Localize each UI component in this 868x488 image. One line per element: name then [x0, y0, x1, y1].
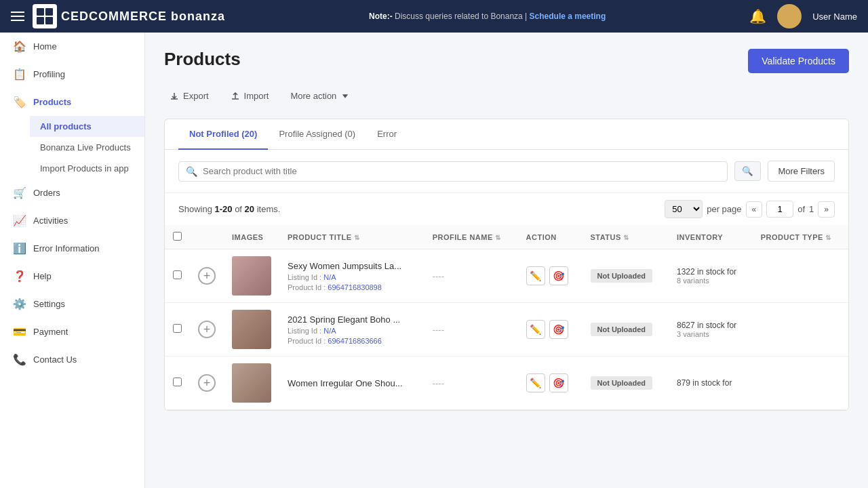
target-button[interactable]: 🎯 — [549, 266, 568, 285]
sidebar-item-label: Payment — [33, 327, 68, 337]
target-button[interactable]: 🎯 — [549, 373, 568, 392]
status-badge: Not Uploaded — [591, 323, 653, 336]
product-title: 2021 Spring Elegant Boho ... — [288, 314, 416, 325]
showing-suffix: items. — [257, 204, 281, 214]
sidebar-item-activities[interactable]: 📈 Activities — [0, 207, 144, 235]
product-title-cell: 2021 Spring Elegant Boho ... Listing Id … — [279, 303, 425, 357]
edit-button[interactable]: ✏️ — [526, 373, 545, 392]
sidebar-sub-import-products[interactable]: Import Products in app — [30, 158, 144, 179]
help-icon: ❓ — [13, 270, 26, 283]
tab-error[interactable]: Error — [366, 119, 408, 150]
inventory-cell: 8627 in stock for 3 variants — [669, 303, 753, 357]
sidebar-item-error-information[interactable]: ℹ️ Error Information — [0, 235, 144, 262]
note-prefix: Note:- — [369, 12, 393, 21]
showing-text: Showing 1-20 of 20 items. — [178, 204, 280, 214]
sidebar-item-help[interactable]: ❓ Help — [0, 262, 144, 290]
sidebar-item-label: Products — [33, 97, 71, 107]
row-checkbox-cell — [165, 249, 190, 303]
edit-button[interactable]: ✏️ — [526, 320, 545, 339]
row-checkbox-cell — [165, 303, 190, 357]
svg-rect-0 — [37, 8, 44, 16]
select-all-checkbox[interactable] — [173, 232, 182, 241]
sidebar-item-products[interactable]: 🏷️ Products — [0, 88, 144, 116]
row-checkbox[interactable] — [173, 324, 182, 333]
per-page-select[interactable]: 50 25 100 — [665, 200, 703, 218]
edit-button[interactable]: ✏️ — [526, 266, 545, 285]
row-add-cell: + — [190, 357, 224, 410]
sidebar-item-contact-us[interactable]: 📞 Contact Us — [0, 346, 144, 373]
sidebar-item-label: Home — [33, 41, 57, 52]
sidebar-item-label: Activities — [33, 216, 68, 226]
sidebar-item-settings[interactable]: ⚙️ Settings — [0, 290, 144, 318]
notification-bell-icon[interactable]: 🔔 — [749, 8, 766, 24]
add-row-button[interactable]: + — [198, 267, 216, 285]
tab-not-profiled[interactable]: Not Profiled (20) — [178, 119, 268, 150]
sidebar-item-payment[interactable]: 💳 Payment — [0, 318, 144, 346]
product-type-col-header[interactable]: PRODUCT TYPE — [753, 225, 848, 249]
of-label: of — [797, 204, 805, 214]
validate-products-button[interactable]: Validate Products — [748, 49, 849, 73]
status-badge: Not Uploaded — [591, 269, 653, 283]
profile-name: ---- — [433, 271, 444, 281]
status-badge: Not Uploaded — [591, 376, 653, 390]
sidebar-sub-bonanza-live[interactable]: Bonanza Live Products — [30, 137, 144, 158]
profile-name: ---- — [433, 325, 444, 335]
table-row: + Women Irregular One Shou... ---- — [165, 357, 848, 410]
product-title-cell: Women Irregular One Shou... — [279, 357, 425, 410]
row-checkbox[interactable] — [173, 378, 182, 386]
product-meta: Listing Id : N/A — [288, 273, 416, 281]
sidebar-item-home[interactable]: 🏠 Home — [0, 33, 144, 60]
product-title: Sexy Women Jumpsuits La... — [288, 261, 416, 271]
inventory-cell: 879 in stock for — [669, 357, 753, 410]
row-checkbox[interactable] — [173, 270, 182, 279]
product-title: Women Irregular One Shou... — [288, 378, 416, 388]
content-card: Not Profiled (20) Profile Assigned (0) E… — [164, 119, 849, 411]
product-title-col-header[interactable]: PRODUCT TITLE — [279, 225, 425, 249]
sidebar-item-profiling[interactable]: 📋 Profiling — [0, 60, 144, 88]
avatar[interactable] — [777, 4, 802, 28]
topbar-note: Note:- Discuss queries related to Bonanz… — [369, 12, 606, 21]
add-row-button[interactable]: + — [198, 374, 216, 392]
action-cell: ✏️ 🎯 — [518, 249, 583, 303]
sidebar-item-label: Orders — [33, 188, 60, 198]
page-title: Products — [164, 49, 241, 70]
current-page-input[interactable] — [766, 201, 793, 218]
import-button[interactable]: Import — [225, 87, 275, 105]
last-page-button[interactable]: » — [818, 201, 835, 218]
profile-name-col-header[interactable]: PROFILE NAME — [425, 225, 518, 249]
sidebar-sub-all-products[interactable]: All products — [30, 116, 144, 137]
contact-icon: 📞 — [13, 353, 26, 366]
status-cell: Not Uploaded — [583, 249, 669, 303]
product-image-cell — [224, 249, 279, 303]
chevron-down-icon — [340, 92, 350, 101]
listing-id-value: N/A — [323, 327, 336, 335]
action-buttons: ✏️ 🎯 — [526, 373, 574, 392]
more-action-button[interactable]: More action — [285, 87, 355, 105]
table-row: + Sexy Women Jumpsuits La... Listing Id … — [165, 249, 848, 303]
export-button[interactable]: Export — [164, 87, 214, 105]
payment-icon: 💳 — [13, 325, 26, 338]
more-filters-button[interactable]: More Filters — [768, 161, 835, 182]
search-input[interactable] — [203, 166, 720, 176]
status-col-header[interactable]: STATUS — [583, 225, 669, 249]
export-label: Export — [183, 91, 209, 101]
filters-row: 🔍 🔍 More Filters — [165, 150, 848, 193]
search-button[interactable]: 🔍 — [734, 161, 761, 181]
first-page-button[interactable]: « — [746, 201, 763, 218]
add-col-header — [190, 225, 224, 249]
import-icon — [231, 92, 240, 101]
hamburger-menu[interactable] — [11, 12, 24, 21]
action-buttons: ✏️ 🎯 — [526, 266, 574, 285]
action-cell: ✏️ 🎯 — [518, 357, 583, 410]
sidebar: 🏠 Home 📋 Profiling 🏷️ Products All produ… — [0, 33, 145, 488]
inventory-stock: 8627 in stock for — [677, 321, 745, 330]
showing-total: 20 — [245, 204, 254, 214]
export-icon — [170, 92, 179, 101]
listing-id-label: Listing Id : — [288, 327, 321, 335]
sidebar-item-orders[interactable]: 🛒 Orders — [0, 179, 144, 207]
meeting-link[interactable]: Schedule a meeting — [530, 12, 606, 21]
add-row-button[interactable]: + — [198, 321, 216, 338]
tab-profile-assigned[interactable]: Profile Assigned (0) — [268, 119, 366, 150]
target-button[interactable]: 🎯 — [549, 320, 568, 339]
inventory-variants: 8 variants — [677, 277, 745, 285]
